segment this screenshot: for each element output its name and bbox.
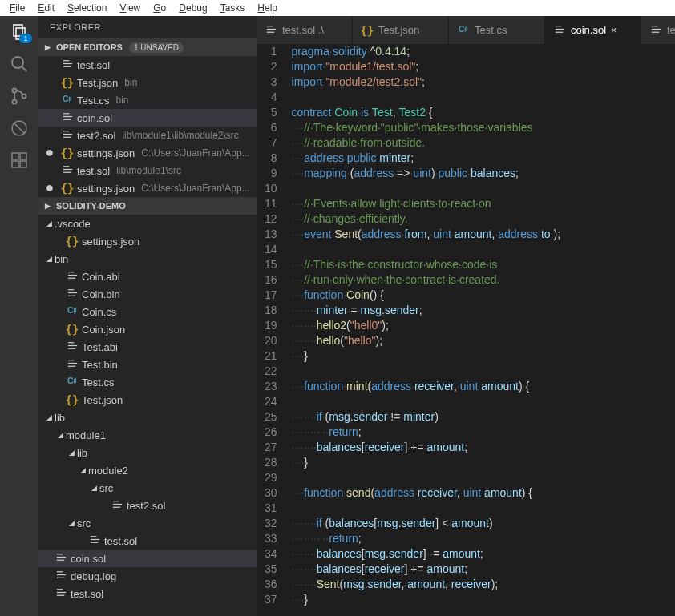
editor-tab[interactable]: tes (641, 16, 675, 44)
tree-file[interactable]: Test.bin (38, 356, 257, 373)
tree-file[interactable]: C♯Test.cs (38, 373, 257, 391)
extensions-icon[interactable] (10, 151, 29, 170)
code-line[interactable]: import·"module2/test2.sol"; (292, 74, 560, 90)
chevron-down-icon: ▶ (42, 202, 53, 210)
code-line[interactable]: import·"module1/test.sol"; (292, 59, 560, 74)
tree-file[interactable]: debug.log (38, 567, 257, 585)
debug-icon[interactable] (10, 119, 29, 138)
code-line[interactable] (292, 364, 560, 379)
tree-folder[interactable]: ◢lib (38, 444, 257, 461)
menu-selection[interactable]: Selection (61, 1, 113, 15)
tree-file[interactable]: {}Coin.json (38, 320, 257, 338)
tree-file[interactable]: test.sol (38, 585, 257, 602)
code-line[interactable] (292, 242, 560, 257)
code-line[interactable]: pragma·solidity·^0.4.14; (292, 44, 560, 59)
menu-help[interactable]: Help (251, 1, 284, 15)
open-editor-item[interactable]: coin.sol (38, 109, 257, 127)
editor-tab[interactable]: coin.sol× (545, 16, 641, 44)
close-icon[interactable]: × (611, 24, 624, 36)
code-line[interactable] (292, 470, 560, 485)
file-name: Coin.bin (82, 288, 120, 300)
tree-file[interactable]: {}Test.json (38, 391, 257, 409)
tree-folder[interactable]: ◢.vscode (38, 215, 257, 232)
tree-file[interactable]: C♯Coin.cs (38, 303, 257, 320)
tree-folder[interactable]: ◢module2 (38, 461, 257, 479)
editor-tab[interactable]: {}Test.json (353, 16, 449, 44)
tree-folder[interactable]: ◢bin (38, 250, 257, 268)
code-line[interactable]: ····//·The·keyword·"public"·makes·those·… (292, 120, 560, 135)
code-line[interactable]: ····} (292, 348, 560, 364)
tree-folder[interactable]: ◢lib (38, 409, 257, 426)
code-line[interactable]: ········if·(balances[msg.sender]·<·amoun… (292, 516, 560, 531)
tab-label: test.sol .\ (282, 24, 324, 36)
code-line[interactable] (292, 394, 560, 409)
code-line[interactable]: ····//·run·only·when·the·contract·is·cre… (292, 272, 560, 288)
svg-line-8 (14, 123, 25, 134)
tree-file[interactable]: test.sol (38, 532, 257, 550)
open-editor-item[interactable]: {}Test.jsonbin (38, 74, 257, 91)
menu-debug[interactable]: Debug (172, 1, 213, 15)
menu-edit[interactable]: Edit (31, 1, 61, 15)
tree-file[interactable]: Coin.abi (38, 268, 257, 285)
dirty-dot-icon[interactable]: ● (42, 147, 58, 159)
project-header[interactable]: ▶ SOLIDITY-DEMO (38, 197, 257, 215)
tree-folder[interactable]: ◢src (38, 479, 257, 497)
tree-folder[interactable]: ◢src (38, 514, 257, 532)
code-line[interactable]: ········minter·=·msg.sender; (292, 303, 560, 318)
code-line[interactable]: ········balances[receiver]·+=·amount; (292, 562, 560, 577)
explorer-icon[interactable] (10, 22, 29, 42)
code-line[interactable]: ········hello2("hell0"); (292, 318, 560, 333)
code-line[interactable]: ····mapping·(address·=>·uint)·public·bal… (292, 166, 560, 181)
open-editor-item[interactable]: C♯Test.csbin (38, 91, 257, 109)
open-editor-item[interactable]: test.sollib\module1\src (38, 162, 257, 179)
editor-tab[interactable]: test.sol .\ (257, 16, 353, 44)
open-editor-item[interactable]: ●{}settings.jsonC:\Users\JuanFran\App... (38, 144, 257, 162)
open-editor-item[interactable]: test.sol (38, 56, 257, 74)
code-line[interactable]: ····} (292, 592, 560, 607)
menu-tasks[interactable]: Tasks (214, 1, 252, 15)
open-editor-item[interactable]: ●{}settings.jsonC:\Users\JuanFran\App... (38, 179, 257, 197)
code-line[interactable]: ············return; (292, 425, 560, 440)
code-line[interactable]: contract·Coin·is·Test,·Test2·{ (292, 105, 560, 120)
code-line[interactable]: ············return; (292, 531, 560, 546)
open-editor-item[interactable]: test2.sollib\module1\lib\module2\src (38, 127, 257, 144)
tab-label: Test.cs (475, 24, 507, 36)
tree-folder[interactable]: ◢module1 (38, 426, 257, 444)
editor-tab[interactable]: C♯Test.cs (449, 16, 545, 44)
file-name: settings.json (77, 183, 135, 195)
code-line[interactable] (292, 501, 560, 516)
code-line[interactable]: ········balances[msg.sender]·-=·amount; (292, 546, 560, 562)
code-line[interactable]: ····function·Coin()·{ (292, 288, 560, 303)
code-line[interactable] (292, 181, 560, 196)
dirty-dot-icon[interactable]: ● (42, 183, 58, 195)
code-line[interactable]: ····address·public·minter; (292, 151, 560, 166)
code-line[interactable]: ········balances[receiver]·+=·amount; (292, 440, 560, 455)
code-line[interactable]: ········if·(msg.sender·!=·minter)· (292, 409, 560, 425)
tree-file[interactable]: test2.sol (38, 497, 257, 514)
code-editor[interactable]: 1234567891011121314151617181920212223242… (257, 44, 675, 616)
menu-bar[interactable]: FileEditSelectionViewGoDebugTasksHelp (0, 0, 675, 16)
search-icon[interactable] (10, 54, 29, 74)
code-line[interactable]: ····//·Events·allow·light·clients·to·rea… (292, 196, 560, 211)
menu-view[interactable]: View (113, 1, 147, 15)
tree-file[interactable]: coin.sol (38, 550, 257, 567)
code-line[interactable] (292, 90, 560, 105)
code-line[interactable]: ········Sent(msg.sender,·amount,·receive… (292, 577, 560, 592)
code-line[interactable]: ····//·readable·from·outside. (292, 135, 560, 151)
code-line[interactable]: ····event·Sent(address·from,·uint·amount… (292, 227, 560, 242)
open-editors-header[interactable]: ▶ OPEN EDITORS 1 UNSAVED (38, 38, 257, 56)
source-control-icon[interactable] (10, 87, 29, 106)
tree-file[interactable]: Coin.bin (38, 285, 257, 303)
code-line[interactable]: ····function·mint(address·receiver,·uint… (292, 379, 560, 394)
code-line[interactable]: ····} (292, 455, 560, 470)
code-line[interactable]: ····//·changes·efficiently. (292, 211, 560, 227)
code-line[interactable]: ········hello("hello"); (292, 333, 560, 348)
code-line[interactable]: ····function·send(address·receiver,·uint… (292, 485, 560, 501)
menu-go[interactable]: Go (147, 1, 172, 15)
tree-file[interactable]: Test.abi (38, 338, 257, 356)
menu-file[interactable]: File (3, 1, 31, 15)
file-hint: C:\Users\JuanFran\App... (141, 183, 249, 194)
code-content[interactable]: pragma·solidity·^0.4.14;import·"module1/… (292, 44, 568, 616)
tree-file[interactable]: {}settings.json (38, 232, 257, 250)
code-line[interactable]: ····//·This·is·the·constructor·whose·cod… (292, 257, 560, 272)
